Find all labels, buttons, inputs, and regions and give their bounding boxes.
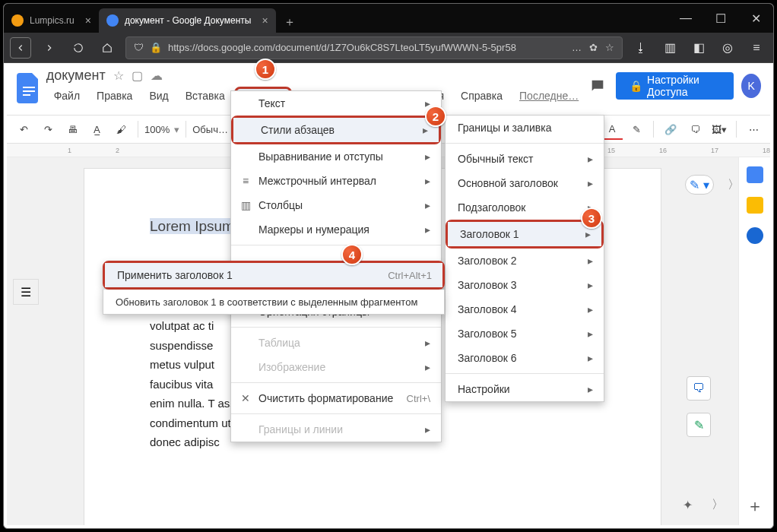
sidebar-icon[interactable]: ◧ [688,37,709,59]
menu-item-label: Границы и линии [258,423,343,435]
menu-item-clear-formatting[interactable]: ✕Очистить форматированиеCtrl+\ [231,386,441,410]
menu-item-heading-2[interactable]: Заголовок 2▸ [446,249,604,273]
menu-item-subtitle[interactable]: Подзаголовок▸ [446,195,604,220]
star-doc-icon[interactable]: ☆ [113,68,124,83]
menu-file[interactable]: Файл [46,87,87,109]
shield-right-icon[interactable]: ✿ [589,42,598,53]
browser-tab-1[interactable]: Lumpics.ru × [4,8,99,33]
menu-item-label: Текст [258,97,285,109]
menu-item-line-spacing[interactable]: ≡Межстрочный интервал▸ [231,169,441,193]
menu-item-align[interactable]: Выравнивание и отступы▸ [231,144,441,169]
menu-item-heading-6[interactable]: Заголовок 6▸ [446,346,604,370]
menu-item-apply-heading-1[interactable]: Применить заголовок 1Ctrl+Alt+1 [105,263,442,287]
text-color-button[interactable]: A [601,119,623,140]
menu-item-paragraph-styles[interactable]: Стили абзацев▸ [233,118,439,142]
chevron-right-icon: ▸ [425,337,430,349]
menu-item-bullets[interactable]: Маркеры и нумерация▸ [231,217,441,242]
move-doc-icon[interactable]: ▢ [132,68,143,83]
home-button[interactable] [97,37,118,59]
menu-item-label: Применить заголовок 1 [117,269,233,281]
downloads-icon[interactable]: ⭳ [630,37,652,59]
insert-comment-button[interactable]: 🗨 [684,119,706,140]
line-spacing-icon: ≡ [239,175,252,187]
close-tab-1-icon[interactable]: × [85,14,91,27]
library-icon[interactable]: ▥ [659,37,680,59]
menu-item-options[interactable]: Настройки▸ [446,377,604,401]
ruler-tick: 1 [68,147,71,154]
menu-insert[interactable]: Вставка [178,87,233,109]
window-minimize-button[interactable]: ― [668,4,703,33]
menu-item-heading-5[interactable]: Заголовок 5▸ [446,321,604,346]
star-icon[interactable]: ☆ [605,42,614,53]
suggest-edit-floating-button[interactable]: ✎ [687,413,711,437]
menu-item-text[interactable]: Текст▸ [231,91,441,116]
chevron-right-icon: ▸ [588,279,593,291]
chevron-right-icon: ▸ [585,228,591,240]
docs-logo[interactable] [16,68,42,109]
new-tab-button[interactable]: ＋ [279,11,300,33]
menu-recent[interactable]: Последне… [512,87,586,109]
ruler-tick: 15 [607,147,615,154]
doc-title[interactable]: документ [46,68,106,84]
add-comment-floating-button[interactable]: 🗨 [687,376,711,401]
urlbar: 🛡 🔒 https://docs.google.com/document/d/1… [4,33,773,63]
doc-heading: Lorem Ipsum [150,218,234,234]
keep-addon-icon[interactable] [747,197,763,214]
favicon-gdocs [106,14,119,27]
insert-link-button[interactable]: 🔗 [660,119,681,140]
menu-item-label: Заголовок 5 [458,328,517,340]
menu-item-label: Изображение [258,361,325,373]
toolbar-more-button[interactable]: ⋯ [743,119,764,140]
menu-item-label: Обновить заголовок 1 в соответствии с вы… [116,296,417,308]
zoom-value[interactable]: 100% [144,124,170,135]
lock-share-icon: 🔒 [630,80,642,92]
extension-icon[interactable]: ◎ [717,37,738,59]
menu-view[interactable]: Вид [141,87,176,109]
menu-icon[interactable]: ≡ [746,37,767,59]
redo-button[interactable]: ↷ [37,119,59,140]
hide-side-panel-button[interactable]: 〉 [706,493,729,516]
outline-button[interactable]: ☰ [13,279,39,305]
highlight-button[interactable]: ✎ [626,119,647,140]
menu-item-update-heading-1[interactable]: Обновить заголовок 1 в соответствии с вы… [103,290,444,314]
menu-item-heading-4[interactable]: Заголовок 4▸ [446,297,604,321]
paint-format-button[interactable]: 🖌 [110,119,132,140]
window-maximize-button[interactable]: ☐ [703,4,738,33]
collapse-side-panel-button[interactable]: 〉 [728,177,740,193]
calendar-addon-icon[interactable] [747,166,763,183]
print-button[interactable]: 🖶 [62,119,83,140]
close-tab-2-icon[interactable]: × [262,14,268,27]
menu-item-columns[interactable]: ▥Столбцы▸ [231,193,441,217]
comments-button[interactable] [586,72,608,100]
insert-image-button[interactable]: 🖼▾ [709,119,730,140]
menu-item-borders-fill[interactable]: Границы и заливка [446,116,604,140]
cloud-status-icon[interactable]: ☁ [151,68,163,83]
menu-help[interactable]: Справка [453,87,510,109]
menu-edit[interactable]: Правка [89,87,140,109]
back-button[interactable] [10,37,31,59]
spellcheck-button[interactable]: A̲ [86,119,107,140]
editing-mode-button[interactable]: ✎ ▾ [685,175,714,195]
reload-button[interactable] [68,37,89,59]
tasks-addon-icon[interactable] [747,227,763,244]
paragraph-styles-submenu: Границы и заливка Обычный текст▸ Основно… [445,115,604,402]
undo-button[interactable]: ↶ [13,119,34,140]
forward-button[interactable] [39,37,60,59]
menu-item-heading-1[interactable]: Заголовок 1▸ [448,222,601,246]
menu-item-title[interactable]: Основной заголовок▸ [446,171,604,195]
chevron-right-icon: ▸ [425,423,430,435]
side-panel: ＋ [738,157,770,525]
browser-tab-2[interactable]: документ - Google Документы × [99,8,276,33]
account-avatar[interactable]: K [741,74,761,98]
share-button[interactable]: 🔒 Настройки Доступа [616,72,734,100]
menu-item-label: Заголовок 3 [458,279,517,291]
add-addon-button[interactable]: ＋ [747,495,763,518]
style-selector[interactable]: Обыч… [192,124,228,135]
menu-item-label: Выравнивание и отступы [258,150,383,163]
explore-button[interactable]: ✦ [676,493,699,516]
menu-item-heading-3[interactable]: Заголовок 3▸ [446,273,604,297]
menu-item-normal-text[interactable]: Обычный текст▸ [446,147,604,171]
address-bar[interactable]: 🛡 🔒 https://docs.google.com/document/d/1… [125,36,623,59]
window-close-button[interactable]: ✕ [738,4,773,33]
url-ellipsis-icon[interactable]: … [572,42,582,53]
